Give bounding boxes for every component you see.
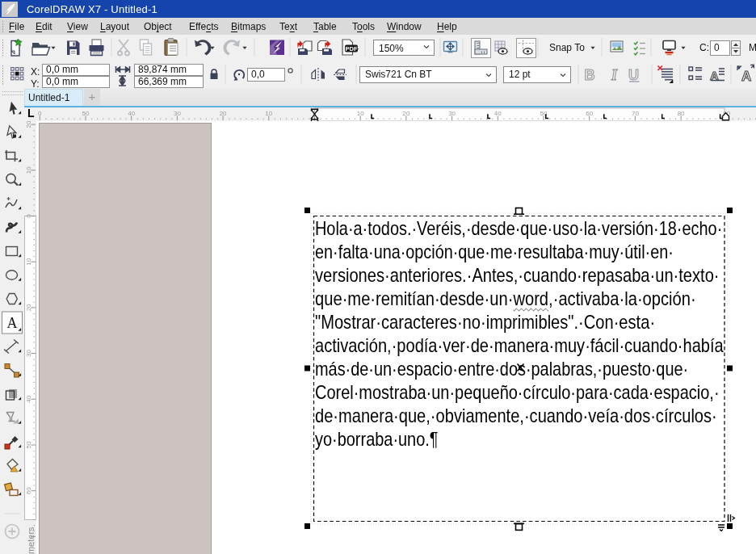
svg-text:20: 20 — [220, 110, 227, 117]
svg-text:40: 40 — [494, 110, 502, 117]
svg-text:60: 60 — [586, 110, 593, 117]
svg-text:60: 60 — [25, 487, 32, 494]
svg-text:20: 20 — [25, 121, 32, 128]
svg-text:10: 10 — [25, 166, 32, 174]
svg-text:10: 10 — [25, 258, 32, 265]
svg-text:10: 10 — [265, 110, 272, 117]
svg-text:30: 30 — [174, 110, 181, 117]
svg-text:40: 40 — [25, 395, 32, 402]
svg-text:20: 20 — [25, 304, 32, 311]
svg-text:A: A — [741, 69, 751, 84]
svg-text:U: U — [628, 67, 639, 83]
svg-text:0: 0 — [25, 214, 32, 218]
svg-text:30: 30 — [25, 350, 32, 357]
svg-text:I: I — [611, 67, 618, 83]
svg-text:70: 70 — [632, 110, 639, 117]
svg-text:50: 50 — [25, 441, 32, 448]
svg-text:B: B — [585, 67, 595, 83]
svg-text:80: 80 — [678, 110, 685, 117]
svg-text:millimeters: millimeters — [26, 527, 36, 554]
svg-text:50: 50 — [540, 110, 548, 117]
svg-text:20: 20 — [402, 110, 410, 117]
svg-text:0: 0 — [38, 110, 42, 117]
svg-text:PDF: PDF — [346, 45, 358, 52]
svg-text:50: 50 — [82, 110, 90, 117]
svg-text:A: A — [7, 315, 18, 331]
svg-text:10: 10 — [357, 110, 364, 117]
svg-text:40: 40 — [128, 110, 135, 117]
svg-text:30: 30 — [448, 110, 456, 117]
